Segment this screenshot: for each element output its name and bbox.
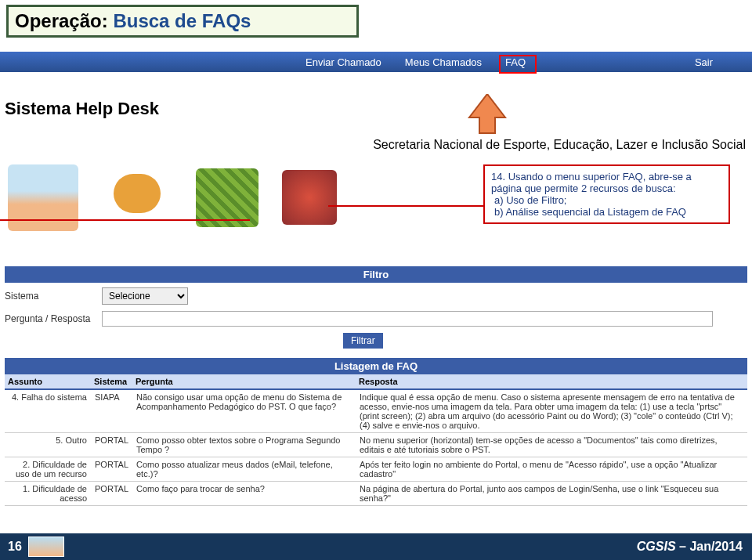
filtrar-button[interactable]: Filtrar: [343, 333, 383, 349]
cell-assunto: 1. Dificuldade de acesso: [5, 482, 91, 506]
cell-assunto: 4. Falha do sistema: [5, 389, 91, 433]
cell-assunto: 5. Outro: [5, 433, 91, 457]
th-pergunta: Pergunta: [132, 374, 356, 389]
cell-pergunta: Como posso atualizar meus dados (eMail, …: [132, 457, 356, 482]
callout-connector-2: [328, 205, 485, 207]
cell-resposta: No menu superior (horizontal) tem-se opç…: [356, 433, 747, 457]
cell-resposta: Após ter feito login no ambiente do Port…: [356, 457, 747, 482]
cell-resposta: Indique qual é essa opção de menu. Caso …: [356, 389, 747, 433]
table-row: 2. Dificuldade de uso de um recurso PORT…: [5, 457, 747, 482]
callout-a: a) Uso de Filtro;: [494, 194, 722, 206]
cell-pergunta: Como posso obter textos sobre o Programa…: [132, 433, 356, 457]
th-resposta: Resposta: [356, 374, 747, 389]
filter-form: Sistema Selecione Pergunta / Resposta Fi…: [5, 287, 747, 349]
cedes-logo-icon: [196, 168, 258, 227]
sistema-label: Sistema: [5, 291, 102, 302]
pergunta-resposta-input[interactable]: [102, 311, 713, 327]
callout-text: 14. Usando o menu superior FAQ, abre-se …: [491, 171, 722, 194]
pergunta-resposta-label: Pergunta / Resposta: [5, 313, 102, 324]
slide-footer: 16 CGSIS – Jan/2014: [0, 533, 752, 560]
table-row: 5. Outro PORTAL Como posso obter textos …: [5, 433, 747, 457]
slide-title-part1: Operação:: [15, 10, 113, 31]
callout-b: b) Análise sequencial da Listagem de FAQ: [494, 206, 722, 218]
cell-assunto: 2. Dificuldade de uso de um recurso: [5, 457, 91, 482]
cell-sistema: PORTAL: [91, 457, 132, 482]
footer-logo-icon: [28, 537, 64, 557]
table-row: 1. Dificuldade de acesso PORTAL Como faç…: [5, 482, 747, 506]
cell-sistema: SIAPA: [91, 389, 132, 433]
top-nav: Enviar Chamado Meus Chamados FAQ Sair: [0, 52, 752, 72]
table-header-row: Assunto Sistema Pergunta Resposta: [5, 374, 747, 389]
th-sistema: Sistema: [91, 374, 132, 389]
footer-date: – Jan/2014: [676, 540, 743, 553]
cell-pergunta: Não consigo usar uma opção de menu do Si…: [132, 389, 356, 433]
nav-sair[interactable]: Sair: [695, 56, 713, 68]
slide-title-part2: Busca de FAQs: [113, 10, 251, 31]
cell-pergunta: Como faço para trocar de senha?: [132, 482, 356, 506]
footer-cgsis: CGSIS: [637, 540, 676, 553]
filtro-section-header: Filtro: [5, 266, 747, 283]
cell-sistema: PORTAL: [91, 433, 132, 457]
callout-connector-1: [0, 219, 250, 221]
secretaria-label: Secretaria Nacional de Esporte, Educação…: [0, 138, 746, 152]
page-number: 16: [8, 540, 22, 554]
th-assunto: Assunto: [5, 374, 91, 389]
faq-table: Assunto Sistema Pergunta Resposta 4. Fal…: [5, 374, 747, 506]
system-title: Sistema Help Desk: [5, 99, 752, 119]
table-row: 4. Falha do sistema SIAPA Não consigo us…: [5, 389, 747, 433]
listagem-section-header: Listagem de FAQ: [5, 358, 747, 374]
slide-title: Operação: Busca de FAQs: [6, 5, 359, 38]
nav-faq-label: FAQ: [505, 56, 526, 68]
footer-right: CGSIS – Jan/2014: [637, 540, 743, 554]
nav-faq[interactable]: FAQ: [505, 56, 526, 68]
nav-meus-chamados[interactable]: Meus Chamados: [405, 56, 482, 68]
sistema-select[interactable]: Selecione: [102, 287, 188, 305]
rede-cedes-logo-icon: [282, 170, 337, 225]
callout-box: 14. Usando o menu superior FAQ, abre-se …: [483, 164, 730, 224]
cell-resposta: Na página de abertura do Portal, junto a…: [356, 482, 747, 506]
nav-enviar-chamado[interactable]: Enviar Chamado: [306, 56, 381, 68]
cell-sistema: PORTAL: [91, 482, 132, 506]
